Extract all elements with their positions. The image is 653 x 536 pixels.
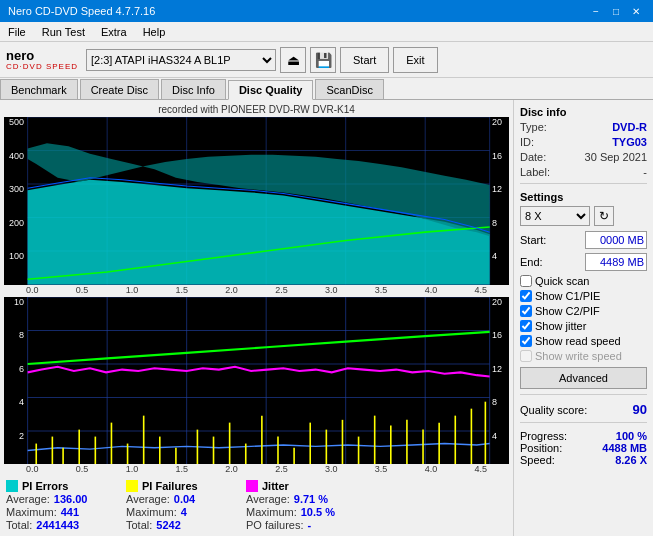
nero-logo: nero CD·DVD SPEED (6, 49, 78, 71)
x-axis-top: 0.00.51.01.52.02.53.03.54.04.5 (4, 285, 509, 297)
start-label: Start: (520, 234, 546, 246)
drive-select[interactable]: [2:3] ATAPI iHAS324 A BL1P (86, 49, 276, 71)
x-axis-bottom: 0.00.51.01.52.02.53.03.54.04.5 (4, 464, 509, 476)
show-read-speed-row: Show read speed (520, 335, 647, 347)
window-controls: − □ ✕ (587, 3, 645, 19)
jitter-avg: 9.71 % (294, 493, 328, 505)
chart-bottom: 108642 20161284 (4, 297, 509, 465)
end-label: End: (520, 256, 543, 268)
exit-button[interactable]: Exit (393, 47, 437, 73)
id-val: TYG03 (612, 136, 647, 148)
disc-info-label: Disc info (520, 106, 647, 118)
show-c2pif-checkbox[interactable] (520, 305, 532, 317)
pi-errors-total: 2441443 (36, 519, 79, 531)
show-write-speed-row: Show write speed (520, 350, 647, 362)
pi-failures-max: 4 (181, 506, 187, 518)
id-key: ID: (520, 136, 534, 148)
save-button[interactable]: 💾 (310, 47, 336, 73)
chart-container: 500400300200100 20161284 (4, 117, 509, 476)
jitter-color-box (246, 480, 258, 492)
maximize-button[interactable]: □ (607, 3, 625, 19)
toolbar: nero CD·DVD SPEED [2:3] ATAPI iHAS324 A … (0, 42, 653, 78)
divider-2 (520, 394, 647, 395)
date-val: 30 Sep 2021 (585, 151, 647, 163)
date-key: Date: (520, 151, 546, 163)
type-val: DVD-R (612, 121, 647, 133)
label-key: Label: (520, 166, 550, 178)
app-title: Nero CD-DVD Speed 4.7.7.16 (8, 5, 155, 17)
quick-scan-checkbox[interactable] (520, 275, 532, 287)
start-button[interactable]: Start (340, 47, 389, 73)
progress-label: Progress: (520, 430, 567, 442)
chart-title: recorded with PIONEER DVD-RW DVR-K14 (4, 104, 509, 115)
quality-score-label: Quality score: (520, 404, 587, 416)
legend-jitter: Jitter Average: 9.71 % Maximum: 10.5 % P… (246, 480, 346, 530)
right-panel: Disc info Type: DVD-R ID: TYG03 Date: 30… (513, 100, 653, 536)
type-key: Type: (520, 121, 547, 133)
top-chart-svg (4, 117, 509, 285)
chart-area: recorded with PIONEER DVD-RW DVR-K14 500… (0, 100, 513, 536)
position-val: 4488 MB (602, 442, 647, 454)
pi-failures-avg: 0.04 (174, 493, 195, 505)
minimize-button[interactable]: − (587, 3, 605, 19)
pi-failures-label: PI Failures (142, 480, 198, 492)
quick-scan-row: Quick scan (520, 275, 647, 287)
show-c2-row: Show C2/PIF (520, 305, 647, 317)
menu-extra[interactable]: Extra (93, 24, 135, 40)
jitter-label: Jitter (262, 480, 289, 492)
menu-bar: File Run Test Extra Help (0, 22, 653, 42)
show-read-speed-checkbox[interactable] (520, 335, 532, 347)
show-c2pif-label: Show C2/PIF (535, 305, 600, 317)
show-c1pie-checkbox[interactable] (520, 290, 532, 302)
progress-section: Progress: 100 % Position: 4488 MB Speed:… (520, 430, 647, 466)
divider-3 (520, 422, 647, 423)
show-jitter-row: Show jitter (520, 320, 647, 332)
close-button[interactable]: ✕ (627, 3, 645, 19)
quality-score-val: 90 (633, 402, 647, 417)
speed-setting: 8 X 4 X 6 X Max ↻ (520, 206, 647, 226)
main-content: recorded with PIONEER DVD-RW DVR-K14 500… (0, 100, 653, 536)
label-val: - (643, 166, 647, 178)
position-label: Position: (520, 442, 562, 454)
speed-label: Speed: (520, 454, 555, 466)
chart-top: 500400300200100 20161284 (4, 117, 509, 285)
advanced-button[interactable]: Advanced (520, 367, 647, 389)
menu-run-test[interactable]: Run Test (34, 24, 93, 40)
show-c1pie-label: Show C1/PIE (535, 290, 600, 302)
pi-errors-max: 441 (61, 506, 79, 518)
speed-val: 8.26 X (615, 454, 647, 466)
show-jitter-label: Show jitter (535, 320, 586, 332)
tab-disc-info[interactable]: Disc Info (161, 79, 226, 99)
jitter-po: - (307, 519, 311, 531)
tab-bar: Benchmark Create Disc Disc Info Disc Qua… (0, 78, 653, 100)
show-write-speed-checkbox[interactable] (520, 350, 532, 362)
start-field[interactable] (585, 231, 647, 249)
menu-help[interactable]: Help (135, 24, 174, 40)
menu-file[interactable]: File (0, 24, 34, 40)
refresh-button[interactable]: ↻ (594, 206, 614, 226)
title-bar: Nero CD-DVD Speed 4.7.7.16 − □ ✕ (0, 0, 653, 22)
pi-failures-total: 5242 (156, 519, 180, 531)
settings-label: Settings (520, 191, 647, 203)
quick-scan-label: Quick scan (535, 275, 589, 287)
tab-scan-disc[interactable]: ScanDisc (315, 79, 383, 99)
show-jitter-checkbox[interactable] (520, 320, 532, 332)
tab-benchmark[interactable]: Benchmark (0, 79, 78, 99)
pi-errors-label: PI Errors (22, 480, 68, 492)
tab-create-disc[interactable]: Create Disc (80, 79, 159, 99)
bottom-chart-svg (4, 297, 509, 465)
show-read-speed-label: Show read speed (535, 335, 621, 347)
eject-button[interactable]: ⏏ (280, 47, 306, 73)
divider-1 (520, 183, 647, 184)
legend-pi-errors: PI Errors Average: 136.00 Maximum: 441 T… (6, 480, 106, 530)
legend-area: PI Errors Average: 136.00 Maximum: 441 T… (4, 476, 509, 532)
tab-disc-quality[interactable]: Disc Quality (228, 80, 314, 100)
progress-val: 100 % (616, 430, 647, 442)
pi-errors-color-box (6, 480, 18, 492)
show-write-speed-label: Show write speed (535, 350, 622, 362)
legend-pi-failures: PI Failures Average: 0.04 Maximum: 4 Tot… (126, 480, 226, 530)
end-field[interactable] (585, 253, 647, 271)
pi-errors-avg: 136.00 (54, 493, 88, 505)
show-c1-row: Show C1/PIE (520, 290, 647, 302)
speed-select[interactable]: 8 X 4 X 6 X Max (520, 206, 590, 226)
